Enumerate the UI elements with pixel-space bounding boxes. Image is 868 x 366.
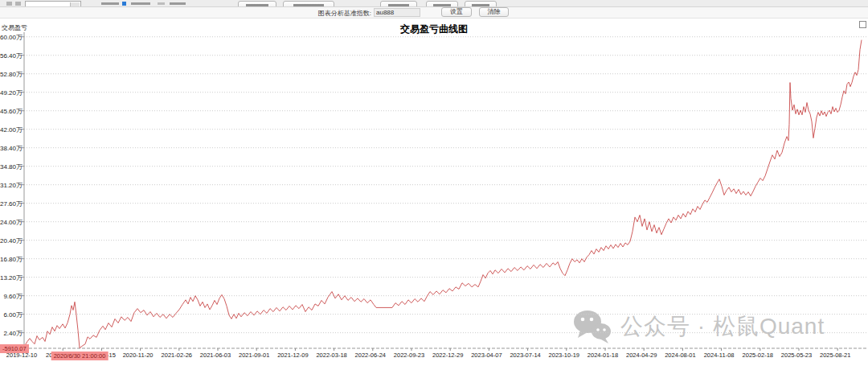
toolbar-button[interactable]: [283, 1, 334, 7]
y-axis-tick-label: 42.00万: [0, 125, 23, 134]
x-axis-tick-label: 2021-02-26: [162, 352, 192, 359]
benchmark-toolbar-row: 图表分析基准指数: 设置 清除: [0, 7, 868, 19]
y-axis-tick-label: 9.60万: [0, 292, 23, 301]
symbol-combobox[interactable]: [25, 1, 81, 7]
trading-app-window: { "toolbar": { "benchmark_label": "图表分析基…: [0, 0, 868, 366]
x-axis-tick-label: 2021-06-03: [200, 352, 231, 359]
y-axis-tick-label: 56.40万: [0, 51, 23, 60]
cursor-date-label: 2020/6/30 21:00:00: [51, 352, 108, 360]
toolbar-icon[interactable]: [15, 2, 21, 6]
profit-loss-curve-plot[interactable]: [0, 0, 868, 366]
x-axis-tick-label: 2021-09-01: [239, 352, 269, 359]
toolbar-button[interactable]: [380, 1, 417, 7]
benchmark-index-label: 图表分析基准指数:: [0, 9, 371, 18]
x-axis-tick-label: 2024-01-18: [588, 352, 618, 359]
benchmark-index-input[interactable]: [374, 8, 420, 17]
x-axis-tick-label: 2022-12-29: [432, 352, 463, 359]
y-axis-tick-label: 52.80万: [0, 70, 23, 79]
settings-button[interactable]: 设置: [441, 7, 472, 17]
x-axis-tick-label: 2025-05-23: [781, 352, 812, 359]
y-axis-tick-label: 38.40万: [0, 144, 23, 153]
y-axis-tick-label: 49.20万: [0, 88, 23, 97]
toolbar-checkbox[interactable]: [122, 2, 126, 6]
toolbar-option-label: [170, 2, 186, 5]
x-axis-tick-label: 2025-02-18: [743, 352, 773, 359]
y-axis-tick-label: 31.20万: [0, 181, 23, 190]
x-axis-tick-label: 2025-08-21: [820, 352, 850, 359]
chart-title: 交易盈亏曲线图: [0, 23, 868, 36]
toolbar-checkbox[interactable]: [158, 2, 165, 5]
y-axis-tick-label: 45.60万: [0, 107, 23, 116]
y-axis-title: 交易盈亏: [2, 23, 27, 32]
x-axis-tick-label: 2023-07-14: [510, 352, 540, 359]
toolbar-button[interactable]: [238, 1, 276, 7]
x-axis-tick-label: 2024-04-29: [626, 352, 657, 359]
y-axis-tick-label: 24.00万: [0, 218, 23, 227]
x-axis-tick-label: 2024-08-01: [665, 352, 695, 359]
toolbar-button[interactable]: [465, 1, 497, 7]
y-axis-tick-label: 27.60万: [0, 199, 23, 208]
x-axis-tick-label: 2022-06-24: [355, 352, 386, 359]
y-axis-tick-label: 16.80万: [0, 255, 23, 264]
x-axis-tick-label: 2023-10-19: [549, 352, 579, 359]
toolbar-button[interactable]: [426, 1, 458, 7]
y-axis-tick-label: 20.40万: [0, 236, 23, 245]
x-axis-tick-label: 2020-11-20: [123, 352, 154, 359]
toolbar-icon[interactable]: [6, 2, 12, 6]
toolbar-option-label: [131, 2, 150, 5]
clear-button[interactable]: 清除: [479, 7, 509, 17]
maximize-icon[interactable]: [859, 21, 866, 28]
x-axis-tick-label: 2022-03-18: [316, 352, 346, 359]
y-axis-tick-label: 34.80万: [0, 162, 23, 171]
y-axis-tick-label: 13.20万: [0, 273, 23, 282]
cursor-value-label: -5910.07: [0, 344, 29, 353]
x-axis-tick-label: 2021-12-09: [277, 352, 308, 359]
y-axis-tick-label: 6.00万: [0, 310, 23, 319]
x-axis-tick-label: 2022-09-23: [394, 352, 424, 359]
x-axis-tick-label: -15: [107, 352, 116, 359]
toolbar-option-label: [101, 2, 119, 5]
y-axis-tick-label: 2.40万: [0, 329, 23, 338]
x-axis-tick-label: 2024-11-08: [704, 352, 735, 359]
clipped-toolbar-strip: [0, 0, 868, 7]
x-axis-tick-label: 2023-04-07: [471, 352, 502, 359]
